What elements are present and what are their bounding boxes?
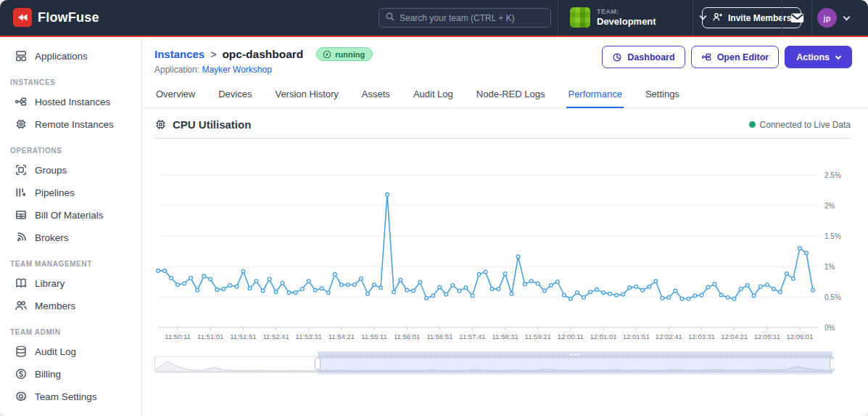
data-point-marker[interactable] <box>157 269 160 273</box>
data-point-marker[interactable] <box>680 297 684 301</box>
data-point-marker[interactable] <box>360 277 363 280</box>
data-point-marker[interactable] <box>320 287 323 290</box>
data-point-marker[interactable] <box>732 297 736 301</box>
data-point-marker[interactable] <box>772 287 775 291</box>
open-editor-button[interactable]: Open Editor <box>691 46 780 68</box>
sidebar-item-team-settings[interactable]: Team Settings <box>0 386 141 407</box>
data-point-marker[interactable] <box>326 291 330 295</box>
data-point-marker[interactable] <box>458 289 461 293</box>
data-point-marker[interactable] <box>287 291 291 295</box>
data-point-marker[interactable] <box>189 277 193 280</box>
brush-grip-icon[interactable] <box>571 354 573 356</box>
brush-handle-right[interactable] <box>830 358 835 370</box>
sidebar-item-library[interactable]: Library <box>0 272 141 294</box>
data-point-marker[interactable] <box>654 280 658 283</box>
data-point-marker[interactable] <box>255 280 258 283</box>
data-point-marker[interactable] <box>667 295 671 299</box>
data-point-marker[interactable] <box>425 296 429 300</box>
sidebar-item-billing[interactable]: Billing <box>0 363 141 385</box>
data-point-marker[interactable] <box>392 290 396 294</box>
data-point-marker[interactable] <box>503 272 507 276</box>
data-point-marker[interactable] <box>510 292 513 295</box>
data-point-marker[interactable] <box>555 280 559 284</box>
data-point-marker[interactable] <box>209 277 212 281</box>
data-point-marker[interactable] <box>608 292 612 295</box>
data-point-marker[interactable] <box>706 285 710 289</box>
data-point-marker[interactable] <box>576 291 579 295</box>
data-point-marker[interactable] <box>713 282 716 286</box>
sidebar-item-brokers[interactable]: Brokers <box>0 227 141 248</box>
data-point-marker[interactable] <box>333 273 336 277</box>
data-point-marker[interactable] <box>759 285 762 288</box>
data-point-marker[interactable] <box>516 255 520 258</box>
application-link[interactable]: Mayker Workshop <box>202 65 271 75</box>
data-point-marker[interactable] <box>490 287 494 291</box>
data-point-marker[interactable] <box>615 293 619 297</box>
data-point-marker[interactable] <box>719 293 723 297</box>
data-point-marker[interactable] <box>339 283 343 287</box>
data-point-marker[interactable] <box>418 280 422 284</box>
data-point-marker[interactable] <box>792 277 795 280</box>
actions-button[interactable]: Actions <box>785 46 852 68</box>
data-point-marker[interactable] <box>412 289 416 293</box>
data-point-marker[interactable] <box>366 292 370 295</box>
data-point-marker[interactable] <box>785 272 789 276</box>
data-point-marker[interactable] <box>621 293 625 296</box>
data-point-marker[interactable] <box>471 294 474 298</box>
data-point-marker[interactable] <box>641 288 645 292</box>
sidebar-item-groups[interactable]: Groups <box>0 159 141 181</box>
tab-performance[interactable]: Performance <box>566 86 623 108</box>
sidebar-item-applications[interactable]: Applications <box>0 45 141 67</box>
data-point-marker[interactable] <box>752 294 756 298</box>
data-point-marker[interactable] <box>497 287 500 291</box>
data-point-marker[interactable] <box>811 288 815 292</box>
data-point-marker[interactable] <box>648 285 651 288</box>
data-point-marker[interactable] <box>536 282 540 285</box>
data-point-marker[interactable] <box>726 295 729 299</box>
data-point-marker[interactable] <box>313 288 317 292</box>
data-point-marker[interactable] <box>431 294 435 298</box>
data-point-marker[interactable] <box>294 291 297 295</box>
data-point-marker[interactable] <box>700 293 703 297</box>
data-point-marker[interactable] <box>635 285 638 288</box>
chart-range-brush[interactable] <box>154 349 835 377</box>
data-point-marker[interactable] <box>196 288 199 292</box>
data-point-marker[interactable] <box>163 269 167 273</box>
data-point-marker[interactable] <box>687 297 690 301</box>
data-point-marker[interactable] <box>595 288 599 292</box>
data-point-marker[interactable] <box>542 289 546 293</box>
breadcrumb-instances-link[interactable]: Instances <box>154 48 204 60</box>
data-point-marker[interactable] <box>215 288 219 292</box>
brand-logo[interactable]: FlowFuse <box>13 8 99 27</box>
data-point-marker[interactable] <box>569 297 573 301</box>
data-point-marker[interactable] <box>386 193 389 197</box>
tab-version-history[interactable]: Version History <box>273 86 339 107</box>
dashboard-button[interactable]: Dashboard <box>602 46 685 68</box>
sidebar-item-members[interactable]: Members <box>0 295 141 317</box>
data-point-marker[interactable] <box>589 290 592 294</box>
tab-audit-log[interactable]: Audit Log <box>412 86 455 107</box>
data-point-marker[interactable] <box>170 277 173 280</box>
sidebar-item-bill-of-materials[interactable]: Bill Of Materials <box>0 204 141 226</box>
data-point-marker[interactable] <box>451 284 455 287</box>
data-point-marker[interactable] <box>602 291 605 295</box>
search-input[interactable] <box>400 13 545 23</box>
data-point-marker[interactable] <box>445 293 448 296</box>
notifications-button[interactable] <box>788 9 806 27</box>
invite-members-button[interactable]: Invite Members <box>702 7 801 28</box>
data-point-marker[interactable] <box>379 286 383 290</box>
data-point-marker[interactable] <box>529 280 533 283</box>
data-point-marker[interactable] <box>241 269 245 273</box>
data-point-marker[interactable] <box>235 285 239 288</box>
data-point-marker[interactable] <box>523 282 526 286</box>
brush-grip-icon[interactable] <box>578 354 580 356</box>
user-menu[interactable]: jp <box>817 8 849 28</box>
tab-node-red-logs[interactable]: Node-RED Logs <box>475 86 547 107</box>
data-point-marker[interactable] <box>484 270 487 274</box>
data-point-marker[interactable] <box>222 287 226 291</box>
sidebar-item-pipelines[interactable]: Pipelines <box>0 182 141 203</box>
data-point-marker[interactable] <box>281 281 284 285</box>
brush-handle-left[interactable] <box>315 358 321 370</box>
data-point-marker[interactable] <box>261 289 265 293</box>
sidebar-item-hosted-instances[interactable]: Hosted Instances <box>0 91 141 113</box>
